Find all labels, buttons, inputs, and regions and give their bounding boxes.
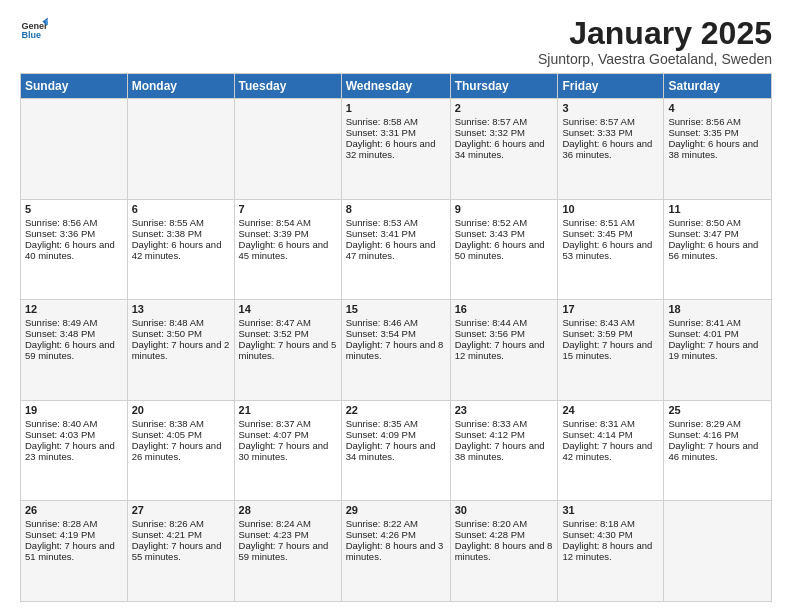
cell-text: Sunset: 4:26 PM (346, 529, 446, 540)
day-number: 22 (346, 404, 446, 416)
day-number: 18 (668, 303, 767, 315)
day-number: 29 (346, 504, 446, 516)
calendar-cell: 25Sunrise: 8:29 AMSunset: 4:16 PMDayligh… (664, 400, 772, 501)
cell-text: Sunset: 4:07 PM (239, 429, 337, 440)
day-number: 30 (455, 504, 554, 516)
cell-text: Sunset: 4:09 PM (346, 429, 446, 440)
cell-text: Sunrise: 8:44 AM (455, 317, 554, 328)
day-number: 19 (25, 404, 123, 416)
calendar-cell: 2Sunrise: 8:57 AMSunset: 3:32 PMDaylight… (450, 99, 558, 200)
cell-text: Sunrise: 8:48 AM (132, 317, 230, 328)
day-number: 17 (562, 303, 659, 315)
calendar-cell: 23Sunrise: 8:33 AMSunset: 4:12 PMDayligh… (450, 400, 558, 501)
header: General Blue January 2025 Sjuntorp, Vaes… (20, 16, 772, 67)
day-number: 25 (668, 404, 767, 416)
cell-text: Sunrise: 8:56 AM (25, 217, 123, 228)
cell-text: Sunrise: 8:37 AM (239, 418, 337, 429)
cell-text: Sunset: 3:33 PM (562, 127, 659, 138)
calendar-cell: 4Sunrise: 8:56 AMSunset: 3:35 PMDaylight… (664, 99, 772, 200)
cell-text: Sunset: 3:48 PM (25, 328, 123, 339)
cell-text: Sunset: 3:41 PM (346, 228, 446, 239)
cell-text: Daylight: 6 hours and 36 minutes. (562, 138, 659, 160)
calendar-cell: 21Sunrise: 8:37 AMSunset: 4:07 PMDayligh… (234, 400, 341, 501)
calendar-cell: 9Sunrise: 8:52 AMSunset: 3:43 PMDaylight… (450, 199, 558, 300)
cell-text: Sunset: 3:45 PM (562, 228, 659, 239)
svg-text:Blue: Blue (21, 30, 41, 40)
day-number: 14 (239, 303, 337, 315)
day-number: 2 (455, 102, 554, 114)
cell-text: Sunset: 4:28 PM (455, 529, 554, 540)
cell-text: Sunset: 3:32 PM (455, 127, 554, 138)
cell-text: Sunrise: 8:53 AM (346, 217, 446, 228)
cell-text: Sunset: 3:38 PM (132, 228, 230, 239)
calendar-cell: 1Sunrise: 8:58 AMSunset: 3:31 PMDaylight… (341, 99, 450, 200)
day-number: 5 (25, 203, 123, 215)
cell-text: Daylight: 6 hours and 38 minutes. (668, 138, 767, 160)
day-number: 31 (562, 504, 659, 516)
calendar-cell: 18Sunrise: 8:41 AMSunset: 4:01 PMDayligh… (664, 300, 772, 401)
cell-text: Daylight: 6 hours and 56 minutes. (668, 239, 767, 261)
cell-text: Daylight: 6 hours and 42 minutes. (132, 239, 230, 261)
calendar-cell: 11Sunrise: 8:50 AMSunset: 3:47 PMDayligh… (664, 199, 772, 300)
cell-text: Daylight: 7 hours and 5 minutes. (239, 339, 337, 361)
cell-text: Sunrise: 8:28 AM (25, 518, 123, 529)
cell-text: Sunrise: 8:20 AM (455, 518, 554, 529)
cell-text: Sunset: 4:01 PM (668, 328, 767, 339)
day-number: 20 (132, 404, 230, 416)
day-number: 9 (455, 203, 554, 215)
cell-text: Daylight: 6 hours and 47 minutes. (346, 239, 446, 261)
calendar-cell: 7Sunrise: 8:54 AMSunset: 3:39 PMDaylight… (234, 199, 341, 300)
cell-text: Sunrise: 8:54 AM (239, 217, 337, 228)
cell-text: Sunrise: 8:18 AM (562, 518, 659, 529)
logo-icon: General Blue (20, 16, 48, 44)
cell-text: Sunset: 4:05 PM (132, 429, 230, 440)
cell-text: Sunrise: 8:35 AM (346, 418, 446, 429)
calendar-cell: 3Sunrise: 8:57 AMSunset: 3:33 PMDaylight… (558, 99, 664, 200)
cell-text: Sunrise: 8:49 AM (25, 317, 123, 328)
calendar-cell: 12Sunrise: 8:49 AMSunset: 3:48 PMDayligh… (21, 300, 128, 401)
cell-text: Sunrise: 8:31 AM (562, 418, 659, 429)
day-number: 11 (668, 203, 767, 215)
day-number: 15 (346, 303, 446, 315)
page: General Blue January 2025 Sjuntorp, Vaes… (0, 0, 792, 612)
cell-text: Daylight: 6 hours and 32 minutes. (346, 138, 446, 160)
cell-text: Sunrise: 8:41 AM (668, 317, 767, 328)
cell-text: Sunrise: 8:52 AM (455, 217, 554, 228)
cell-text: Sunset: 3:39 PM (239, 228, 337, 239)
day-number: 23 (455, 404, 554, 416)
cell-text: Sunrise: 8:33 AM (455, 418, 554, 429)
cell-text: Daylight: 7 hours and 19 minutes. (668, 339, 767, 361)
cell-text: Sunrise: 8:38 AM (132, 418, 230, 429)
calendar-cell: 22Sunrise: 8:35 AMSunset: 4:09 PMDayligh… (341, 400, 450, 501)
cell-text: Daylight: 6 hours and 59 minutes. (25, 339, 123, 361)
cell-text: Sunset: 4:30 PM (562, 529, 659, 540)
logo: General Blue (20, 16, 48, 44)
calendar-cell (234, 99, 341, 200)
cell-text: Daylight: 8 hours and 3 minutes. (346, 540, 446, 562)
cell-text: Sunrise: 8:43 AM (562, 317, 659, 328)
cell-text: Sunrise: 8:26 AM (132, 518, 230, 529)
month-title: January 2025 (538, 16, 772, 51)
day-header-monday: Monday (127, 74, 234, 99)
calendar-cell: 6Sunrise: 8:55 AMSunset: 3:38 PMDaylight… (127, 199, 234, 300)
day-header-wednesday: Wednesday (341, 74, 450, 99)
day-number: 10 (562, 203, 659, 215)
calendar-cell: 14Sunrise: 8:47 AMSunset: 3:52 PMDayligh… (234, 300, 341, 401)
calendar-cell: 10Sunrise: 8:51 AMSunset: 3:45 PMDayligh… (558, 199, 664, 300)
day-number: 21 (239, 404, 337, 416)
cell-text: Daylight: 7 hours and 59 minutes. (239, 540, 337, 562)
day-number: 24 (562, 404, 659, 416)
cell-text: Sunrise: 8:57 AM (562, 116, 659, 127)
calendar-cell: 29Sunrise: 8:22 AMSunset: 4:26 PMDayligh… (341, 501, 450, 602)
cell-text: Sunrise: 8:56 AM (668, 116, 767, 127)
calendar-cell: 30Sunrise: 8:20 AMSunset: 4:28 PMDayligh… (450, 501, 558, 602)
cell-text: Sunrise: 8:51 AM (562, 217, 659, 228)
day-number: 6 (132, 203, 230, 215)
calendar-cell: 15Sunrise: 8:46 AMSunset: 3:54 PMDayligh… (341, 300, 450, 401)
cell-text: Sunrise: 8:57 AM (455, 116, 554, 127)
day-number: 16 (455, 303, 554, 315)
cell-text: Daylight: 6 hours and 50 minutes. (455, 239, 554, 261)
day-header-saturday: Saturday (664, 74, 772, 99)
cell-text: Sunset: 4:03 PM (25, 429, 123, 440)
calendar-cell: 26Sunrise: 8:28 AMSunset: 4:19 PMDayligh… (21, 501, 128, 602)
